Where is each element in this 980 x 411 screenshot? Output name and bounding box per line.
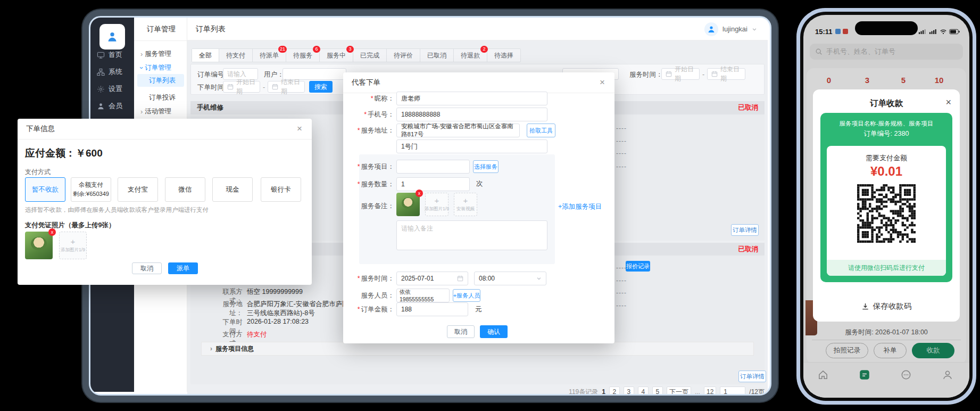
submenu-item-activity-mgmt[interactable]: › 活动管理: [140, 106, 171, 117]
address-input[interactable]: 安粮城市广场-安徽省合肥市蜀山区金寨南路817号: [396, 124, 520, 137]
staff-input[interactable]: 依依 19855555555: [396, 289, 450, 302]
address-detail-input[interactable]: 1号门: [396, 139, 547, 153]
payment-green-card: 服务项目名称-服务规格、服务项目 订单编号: 2380 需要支付金额 ¥0.01…: [820, 113, 952, 282]
service-hour-select[interactable]: 08:00: [474, 272, 546, 285]
order-time-value: 2026-01-28 17:08:23: [247, 318, 309, 325]
payment-proof-photo[interactable]: x: [25, 232, 53, 259]
page-4[interactable]: 4: [638, 387, 649, 396]
order-detail-button[interactable]: 订单详情: [738, 371, 766, 382]
divider: [18, 139, 312, 139]
service-start-date[interactable]: 开始日期: [661, 68, 700, 80]
date-range-dash: -: [263, 81, 265, 93]
calendar-icon: [272, 84, 278, 90]
tab-pending-service[interactable]: 待服务6: [286, 49, 320, 62]
tab-badge: 2: [480, 46, 488, 53]
save-qr-button[interactable]: 保存收款码: [813, 301, 960, 311]
tab-badge: 3: [346, 46, 354, 53]
dispatch-button[interactable]: 派单: [168, 262, 198, 274]
pay-option-cash[interactable]: 现金: [212, 177, 253, 202]
remove-photo-icon[interactable]: x: [48, 228, 56, 236]
pay-option-no-collect[interactable]: 暂不收款: [25, 177, 65, 202]
qr-card: 需要支付金额 ¥0.01 请使用微信扫码后进行支付: [827, 146, 946, 276]
note-photo[interactable]: x: [396, 193, 420, 216]
sidebar-item-home[interactable]: 首页: [97, 48, 122, 61]
pay-option-bankcard[interactable]: 银行卡: [261, 177, 301, 202]
pay-option-wechat[interactable]: 微信: [165, 177, 205, 202]
payable-amount: 应付金额：￥600: [25, 146, 103, 160]
app-logo[interactable]: [99, 24, 125, 50]
submenu-item-service-mgmt[interactable]: › 服务管理: [140, 48, 171, 59]
calendar-icon: [227, 84, 234, 90]
pagination: 119条记录 1 2 3 4 5 下一页 ... 12 1 /12页: [411, 387, 765, 396]
order-detail-button[interactable]: 订单详情: [731, 224, 759, 236]
phone-input[interactable]: 18888888888: [396, 108, 547, 121]
tab-cancelled[interactable]: 已取消: [420, 49, 454, 62]
tab-in-service[interactable]: 服务中3: [320, 49, 353, 62]
pick-location-button[interactable]: 拾取工具: [527, 124, 555, 137]
user-menu[interactable]: lujingkai: [704, 18, 757, 40]
page-1[interactable]: 1: [602, 388, 605, 396]
pay-amount-value: ¥0.01: [827, 164, 946, 179]
submenu-item-order-mgmt[interactable]: › 订单管理: [140, 62, 171, 73]
tab-completed[interactable]: 已完成: [353, 49, 387, 62]
remove-photo-icon[interactable]: x: [416, 190, 423, 197]
service-date-picker[interactable]: 2025-07-01: [396, 272, 468, 285]
sidebar-item-label: 设置: [109, 84, 122, 94]
page-3[interactable]: 3: [624, 387, 634, 396]
page-jump-input[interactable]: 1: [720, 387, 745, 396]
pay-method-label: 支付方式: [25, 168, 51, 177]
order-info-modal: 下单信息 × 应付金额：￥600 支付方式 暂不收款 余额支付 剩余:¥6503…: [18, 119, 312, 285]
page-title: 订单列表: [196, 18, 226, 40]
sidebar-item-members[interactable]: 会员: [97, 100, 122, 112]
close-icon[interactable]: ×: [295, 124, 304, 134]
order-end-date[interactable]: 结束日期: [268, 81, 305, 93]
order-start-date[interactable]: 开始日期: [223, 81, 260, 93]
tab-all[interactable]: 全部: [192, 49, 219, 62]
add-video-button[interactable]: + 安装视频: [454, 193, 477, 216]
sidebar-item-settings[interactable]: 设置: [97, 83, 122, 95]
chevron-right-icon: ›: [140, 108, 143, 115]
modal-title: 下单信息: [26, 119, 55, 139]
add-photo-button[interactable]: + 添加图片1/9: [59, 232, 87, 259]
empty-value: ----: [616, 289, 627, 297]
search-button[interactable]: 搜索: [309, 81, 333, 93]
tab-pending-review[interactable]: 待评价: [387, 49, 420, 62]
page-last[interactable]: 12: [704, 387, 716, 396]
add-service-item-link[interactable]: +添加服务项目: [558, 202, 602, 211]
nickname-input[interactable]: 唐老师: [396, 92, 547, 105]
tab-pending-select[interactable]: 待选择: [487, 49, 520, 62]
choose-service-button[interactable]: 选择服务: [473, 160, 499, 173]
quote-record-button[interactable]: 报价记录: [626, 261, 650, 272]
tab-pending-refund[interactable]: 待退款2: [454, 49, 487, 62]
page-5[interactable]: 5: [652, 387, 663, 396]
add-image-button[interactable]: + 添加图片1/9: [425, 193, 449, 216]
close-icon[interactable]: ×: [597, 78, 607, 87]
service-end-date[interactable]: 结束日期: [707, 68, 745, 80]
submenu-item-order-complaint[interactable]: 订单投诉: [149, 92, 176, 103]
order-amount-input[interactable]: 188: [396, 302, 468, 316]
next-page-button[interactable]: 下一页: [667, 387, 691, 396]
service-qty-input[interactable]: 1: [396, 177, 470, 191]
sidebar-item-system[interactable]: 系统: [97, 65, 122, 78]
submenu-item-order-list[interactable]: 订单列表: [137, 74, 184, 87]
tab-badge: 21: [278, 46, 287, 53]
note-textarea[interactable]: 请输入备注: [396, 220, 547, 250]
close-icon[interactable]: ×: [945, 97, 951, 108]
amount-unit: 元: [475, 305, 482, 314]
service-items-toggle[interactable]: › 服务项目信息: [201, 342, 754, 356]
pay-option-alipay[interactable]: 支付宝: [118, 177, 158, 202]
pay-option-balance[interactable]: 余额支付 剩余:¥650349: [71, 177, 111, 202]
add-staff-button[interactable]: +服务人员: [453, 289, 480, 302]
confirm-button[interactable]: 确认: [480, 325, 508, 338]
address-label: 服务地址：: [211, 300, 243, 318]
cancel-button[interactable]: 取消: [132, 262, 162, 274]
service-item-input[interactable]: [396, 160, 470, 174]
tab-pending-pay[interactable]: 待支付: [219, 49, 253, 62]
address-label: 服务地址：: [344, 124, 394, 137]
cancel-button[interactable]: 取消: [447, 325, 475, 338]
submenu-title: 订单管理: [147, 18, 176, 40]
phone-label: 手机号：: [344, 108, 394, 121]
page-2[interactable]: 2: [609, 387, 620, 396]
order-amount-label: 订单金额：: [344, 302, 394, 316]
tab-pending-dispatch[interactable]: 待派单21: [253, 49, 286, 62]
